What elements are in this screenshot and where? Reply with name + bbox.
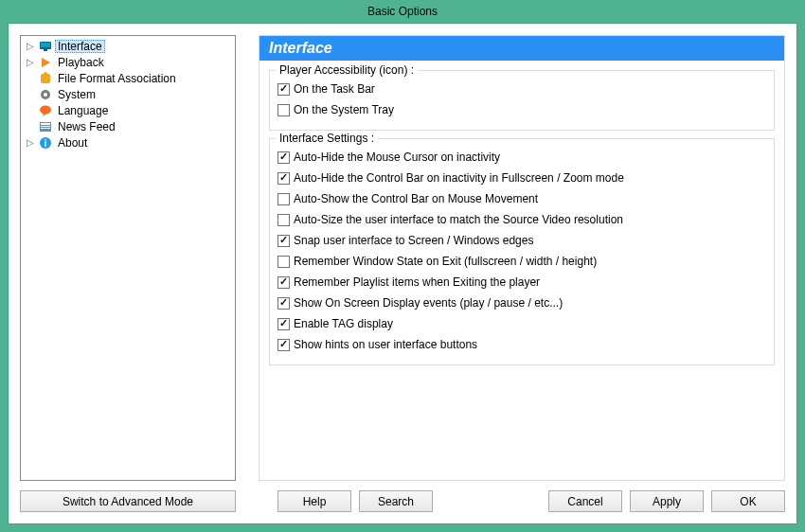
checkbox[interactable]	[277, 83, 290, 96]
svg-point-7	[44, 93, 47, 97]
svg-rect-13	[41, 128, 50, 129]
window-title: Basic Options	[367, 5, 438, 18]
checkbox[interactable]	[277, 297, 290, 310]
tree-item-label: Playback	[55, 56, 107, 69]
play-icon	[38, 55, 53, 70]
checkbox[interactable]	[277, 276, 290, 289]
tree-item-label: About	[55, 136, 90, 150]
checkbox[interactable]	[277, 193, 290, 205]
checkbox-row: Auto-Show the Control Bar on Mouse Movem…	[277, 188, 766, 209]
group-interface-settings: Interface Settings : Auto-Hide the Mouse…	[269, 138, 775, 365]
checkbox-label[interactable]: Show hints on user interface buttons	[294, 338, 477, 351]
checkbox[interactable]	[277, 104, 290, 116]
checkbox-row: Auto-Hide the Mouse Cursor on inactivity	[277, 147, 766, 168]
puzzle-icon	[38, 71, 53, 86]
window-titlebar[interactable]: Basic Options	[0, 0, 805, 23]
apply-button[interactable]: Apply	[630, 490, 704, 512]
expander-icon[interactable]: ▷	[25, 41, 36, 51]
checkbox-label[interactable]: On the System Tray	[294, 103, 394, 116]
checkbox[interactable]	[277, 214, 290, 226]
group-options: On the Task BarOn the System Tray	[277, 79, 766, 120]
checkbox-row: Auto-Size the user interface to match th…	[277, 209, 766, 230]
tree-item[interactable]: Language	[21, 102, 235, 118]
checkbox-row: On the Task Bar	[277, 79, 766, 99]
checkbox-label[interactable]: Auto-Hide the Mouse Cursor on inactivity	[294, 151, 500, 164]
group-title: Player Accessibility (icon) :	[276, 63, 418, 77]
checkbox[interactable]	[277, 318, 290, 330]
svg-rect-11	[41, 123, 50, 125]
tree-item-label: System	[55, 88, 98, 101]
settings-panel: Interface Player Accessibility (icon) : …	[259, 35, 785, 481]
checkbox-label[interactable]: Auto-Size the user interface to match th…	[294, 213, 623, 226]
tree-item-label: Language	[55, 104, 111, 117]
group-options: Auto-Hide the Mouse Cursor on inactivity…	[277, 147, 766, 355]
svg-rect-2	[44, 49, 47, 51]
nav-tree[interactable]: ▷Interface▷PlaybackFile Format Associati…	[20, 35, 236, 481]
gear-icon	[38, 87, 53, 102]
button-bar: Switch to Advanced Mode Help Search Canc…	[20, 490, 785, 512]
monitor-icon	[38, 39, 53, 54]
checkbox[interactable]	[277, 339, 290, 351]
svg-text:i: i	[45, 138, 47, 149]
tree-item-label: News Feed	[55, 120, 118, 133]
tree-item[interactable]: ▷iAbout	[21, 134, 235, 151]
checkbox-label[interactable]: Remember Window State on Exit (fullscree…	[294, 255, 597, 268]
tree-item-label: Interface	[55, 40, 105, 53]
tree-item-label: File Format Association	[55, 72, 179, 85]
cancel-button[interactable]: Cancel	[548, 490, 622, 512]
checkbox-label[interactable]: Snap user interface to Screen / Windows …	[294, 234, 533, 247]
svg-point-5	[44, 72, 47, 76]
group-title: Interface Settings :	[276, 132, 378, 145]
bubble-icon	[38, 103, 53, 118]
checkbox-row: Snap user interface to Screen / Windows …	[277, 230, 766, 251]
checkbox[interactable]	[277, 235, 290, 247]
checkbox[interactable]	[277, 256, 290, 268]
svg-rect-1	[41, 43, 50, 47]
checkbox-label[interactable]: Auto-Hide the Control Bar on inactivity …	[294, 171, 624, 185]
checkbox-row: Remember Playlist items when Exiting the…	[277, 272, 766, 293]
checkbox-label[interactable]: Auto-Show the Control Bar on Mouse Movem…	[294, 192, 538, 205]
section-title: Interface	[259, 36, 784, 61]
info-icon: i	[38, 135, 53, 151]
checkbox-label[interactable]: Show On Screen Display events (play / pa…	[294, 296, 563, 310]
checkbox-row: Remember Window State on Exit (fullscree…	[277, 251, 766, 272]
checkbox-label[interactable]: Enable TAG display	[294, 317, 393, 330]
tree-item[interactable]: System	[21, 86, 235, 102]
news-icon	[38, 119, 53, 134]
expander-icon[interactable]: ▷	[25, 137, 36, 148]
checkbox-row: Auto-Hide the Control Bar on inactivity …	[277, 168, 766, 188]
group-player-accessibility: Player Accessibility (icon) : On the Tas…	[269, 70, 775, 131]
window: Basic Options ▷Interface▷PlaybackFile Fo…	[0, 0, 805, 532]
svg-rect-12	[41, 126, 50, 127]
checkbox[interactable]	[277, 151, 290, 164]
svg-marker-3	[42, 58, 50, 67]
tree-item[interactable]: ▷Interface	[21, 38, 235, 54]
panel-body: Player Accessibility (icon) : On the Tas…	[259, 61, 784, 480]
checkbox-row: Enable TAG display	[277, 313, 766, 334]
checkbox[interactable]	[277, 172, 290, 185]
svg-point-8	[40, 105, 51, 114]
checkbox-label[interactable]: Remember Playlist items when Exiting the…	[294, 275, 540, 289]
help-button[interactable]: Help	[277, 490, 351, 512]
ok-button[interactable]: OK	[711, 490, 785, 512]
tree-item[interactable]: ▷Playback	[21, 54, 235, 70]
main-area: ▷Interface▷PlaybackFile Format Associati…	[20, 35, 785, 481]
tree-item[interactable]: File Format Association	[21, 70, 235, 86]
search-button[interactable]: Search	[359, 490, 433, 512]
checkbox-label[interactable]: On the Task Bar	[294, 82, 375, 96]
checkbox-row: Show On Screen Display events (play / pa…	[277, 293, 766, 313]
checkbox-row: Show hints on user interface buttons	[277, 334, 766, 355]
switch-advanced-button[interactable]: Switch to Advanced Mode	[20, 490, 236, 512]
checkbox-row: On the System Tray	[277, 99, 766, 120]
client-area: ▷Interface▷PlaybackFile Format Associati…	[8, 23, 797, 524]
tree-item[interactable]: News Feed	[21, 118, 235, 134]
expander-icon[interactable]: ▷	[25, 57, 36, 67]
